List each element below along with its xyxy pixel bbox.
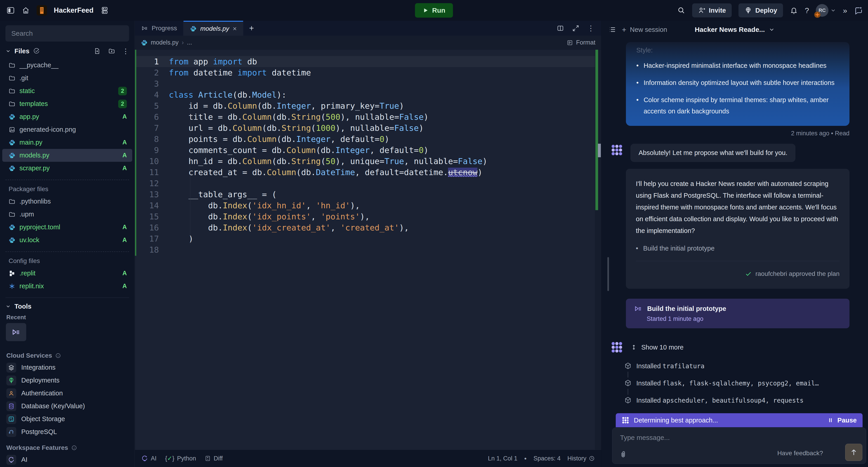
server-stack-icon[interactable] [100,6,109,15]
collapse-panel-icon[interactable]: » [843,6,847,15]
new-tab-button[interactable]: + [243,21,260,36]
send-button[interactable] [845,444,862,461]
account-menu[interactable]: RC [816,4,836,17]
code-line-9[interactable]: 9 comments_count = db.Column(db.Integer,… [135,144,601,156]
new-folder-icon[interactable] [108,48,115,55]
file-row--pycache-[interactable]: __pycache__ [0,59,134,72]
task-card[interactable]: Build the initial prototype Started 1 mi… [626,299,849,328]
line-number: 14 [135,200,169,211]
search-icon[interactable] [677,6,685,14]
tools-header[interactable]: Tools [0,300,134,313]
file-row-static[interactable]: static2 [0,85,134,97]
code-line-17[interactable]: 17 ) [135,233,601,244]
overview-ruler[interactable] [595,50,601,449]
expand-icon[interactable] [572,24,580,32]
session-title[interactable]: Hacker News Reade... [694,26,765,33]
file-row-uv-lock[interactable]: uv.lockA [0,234,134,246]
close-tab-icon[interactable]: × [233,25,237,33]
deploy-button[interactable]: Deploy [739,3,783,18]
file-row-generated-icon-png[interactable]: generated-icon.png [0,123,134,136]
status-language[interactable]: {✓} Python [165,455,196,462]
help-icon[interactable]: ? [805,6,809,15]
line-number: 17 [135,233,169,244]
chevron-down-icon[interactable] [5,48,11,54]
sidebar-toggle-icon[interactable] [6,6,15,15]
check-circle-icon[interactable] [33,48,40,55]
code-line-10[interactable]: 10 hn_id = db.Column(db.String(50), uniq… [135,156,601,167]
code-line-1[interactable]: 1from app import db [135,56,601,67]
chevron-down-icon[interactable] [769,27,775,33]
status-diff[interactable]: Diff [205,455,223,462]
sidebar-item-postgresql[interactable]: PostgreSQL [0,426,134,438]
file-row--pythonlibs[interactable]: .pythonlibs [0,195,134,208]
file-label: scraper.py [20,165,119,172]
code-line-7[interactable]: 7 url = db.Column(db.String(1000), nulla… [135,123,601,134]
new-file-icon[interactable] [94,48,101,55]
file-row-models-py[interactable]: models.pyA [2,149,132,162]
notifications-bell-icon[interactable] [790,6,798,14]
invite-button[interactable]: Invite [692,3,732,18]
status-indentation[interactable]: Spaces: 4 [533,455,561,462]
code-line-11[interactable]: 11 created_at = db.Column(db.DateTime, d… [135,167,601,178]
sidebar-search-input[interactable]: Search [5,25,129,41]
home-icon[interactable] [22,6,30,14]
editor-kebab-menu-icon[interactable]: ⋮ [587,24,594,33]
code-line-16[interactable]: 16 db.Index('idx_created_at', 'created_a… [135,222,601,233]
message-composer[interactable]: Type message... Have feedback? [612,428,866,464]
sidebar-item-authentication[interactable]: Authentication [0,387,134,400]
scrollbar-thumb[interactable] [598,144,601,157]
file-label: main.py [20,139,119,146]
file-row--upm[interactable]: .upm [0,208,134,221]
app-icon[interactable] [37,5,47,15]
sidebar-item-ai[interactable]: AI [0,453,134,466]
code-line-5[interactable]: 5 id = db.Column(db.Integer, primary_key… [135,100,601,111]
feedback-link[interactable]: Have feedback? [777,449,823,457]
file-row-templates[interactable]: templates2 [0,97,134,110]
file-row--replit[interactable]: .replitA [0,267,134,280]
code-line-6[interactable]: 6 title = db.Column(db.String(500), null… [135,111,601,123]
panel-scrollbar-thumb[interactable] [608,257,609,291]
run-button[interactable]: Run [415,3,453,18]
sidebar-item-database-key-value-[interactable]: Database (Key/Value) [0,400,134,412]
file-row-app-py[interactable]: app.pyA [0,110,134,123]
tab-models-py[interactable]: models.py × [184,21,243,36]
file-row-main-py[interactable]: main.pyA [0,136,134,149]
code-line-4[interactable]: 4class Article(db.Model): [135,89,601,100]
agent-chat-scroll[interactable]: Style: •Hacker-inspired minimalist inter… [601,38,868,410]
files-kebab-menu-icon[interactable]: ⋮ [122,47,129,55]
breadcrumb-file[interactable]: models.py [151,39,179,46]
attachment-paperclip-icon[interactable] [619,451,627,459]
code-line-2[interactable]: 2from datetime import datetime [135,67,601,78]
ai-chat-icon[interactable] [854,6,863,15]
code-line-18[interactable]: 18 [135,244,601,255]
status-ai[interactable]: AI [141,455,157,462]
code-line-14[interactable]: 14 db.Index('idx_hn_id', 'hn_id'), [135,200,601,211]
code-line-12[interactable]: 12 [135,178,601,189]
code-line-15[interactable]: 15 db.Index('idx_points', 'points'), [135,211,601,222]
file-row-scraper-py[interactable]: scraper.pyA [0,162,134,175]
file-row-pyproject-toml[interactable]: pyproject.tomlA [0,221,134,234]
show-more-button[interactable]: Show 10 more [630,344,684,351]
file-row--git[interactable]: .git [0,72,134,85]
code-editor[interactable]: 1from app import db2from datetime import… [135,50,601,449]
file-row-replit-nix[interactable]: replit.nixA [0,280,134,293]
breadcrumb: models.py › ... Format [135,36,601,50]
code-line-13[interactable]: 13 __table_args__ = ( [135,189,601,200]
breadcrumb-rest[interactable]: ... [187,39,192,46]
code-line-3[interactable]: 3 [135,78,601,89]
split-pane-icon[interactable] [557,24,564,32]
sidebar-item-deployments[interactable]: Deployments [0,374,134,387]
sidebar-item-object-storage[interactable]: 1001Object Storage [0,412,134,426]
new-session-button[interactable]: + New session [622,25,667,34]
info-icon[interactable] [55,353,61,359]
sidebar-item-integrations[interactable]: Integrations [0,361,134,374]
info-icon[interactable] [71,445,77,451]
format-button[interactable]: Format [566,39,595,46]
code-line-8[interactable]: 8 points = db.Column(db.Integer, default… [135,134,601,144]
recent-tool-console-button[interactable] [6,323,26,341]
status-cursor-position[interactable]: Ln 1, Col 1 [488,455,518,462]
tab-progress[interactable]: Progress [135,21,184,36]
pause-button[interactable]: Pause [828,416,857,424]
status-history[interactable]: History [567,455,595,462]
session-list-icon[interactable] [608,26,616,33]
